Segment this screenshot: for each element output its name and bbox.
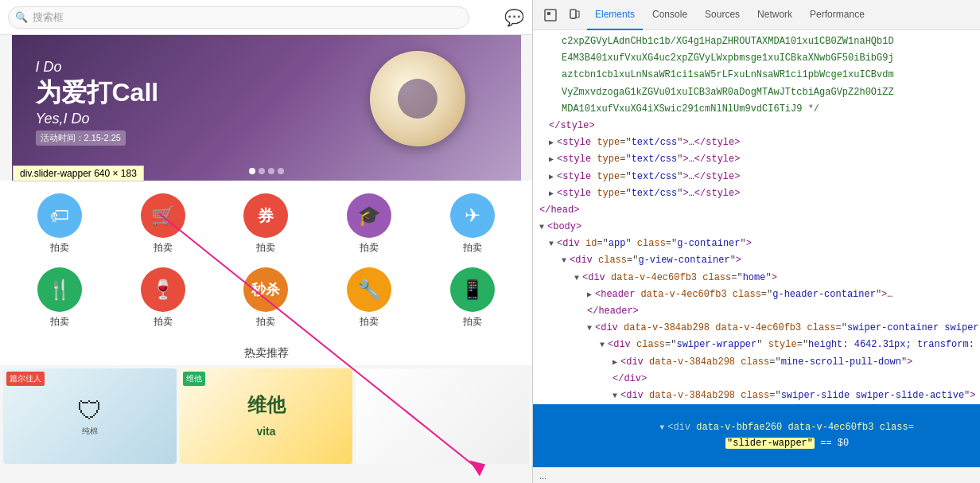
element-tooltip: div.slider-wapper 640 × 183 [13, 166, 144, 181]
cat-item-6[interactable]: 🍴 拍卖 [20, 267, 99, 329]
hot-section-title: 热卖推荐 [0, 341, 532, 365]
device-toggle-button[interactable] [563, 4, 585, 26]
banner-line3: Yes,I Do [36, 111, 159, 127]
cat-item-9[interactable]: 🔧 拍卖 [329, 267, 409, 329]
inspect-element-button[interactable] [539, 4, 562, 26]
product-card-3[interactable] [356, 368, 529, 464]
dom-line-2: E4M3B401xufVxuXG4uc2xpZGVyLWxpbmsge1xuIC… [533, 50, 980, 67]
cat-item-2[interactable]: 🛒 拍卖 [123, 193, 203, 255]
cat-label-8: 拍卖 [256, 315, 275, 329]
cat-icon-3: 券 [243, 193, 288, 238]
cat-item-5[interactable]: ✈ 拍卖 [433, 193, 512, 255]
cat-icon-1: 🏷 [37, 193, 82, 238]
banner-dots [249, 168, 284, 174]
dot-1 [249, 168, 255, 174]
dom-line-3: aztcbn1cblxuLnNsaWR1ci1saW5rLFxuLnNsaWR1… [533, 67, 980, 84]
product-grid: 篇尔佳人 🛡 纯棉 维他 维他vita [0, 365, 532, 467]
dot-4 [278, 168, 284, 174]
svg-rect-3 [547, 12, 550, 15]
product-image-1: 篇尔佳人 🛡 纯棉 [3, 368, 177, 464]
dom-line-style4: <style type="text/css">…</style> [533, 185, 980, 202]
svg-rect-6 [576, 11, 579, 18]
dom-line-app-div: <div id="app" class="g-container"> [533, 236, 980, 252]
cat-label-9: 拍卖 [360, 315, 379, 329]
dom-line-body: <body> [533, 219, 980, 236]
tooltip-text: div.slider-wapper [20, 168, 91, 179]
dom-line-swiper-slide: <div data-v-384ab298 class="swiper-slide… [533, 388, 980, 404]
banner-line1: I Do [36, 59, 159, 76]
cat-label-2: 拍卖 [154, 241, 173, 255]
tab-network[interactable]: Network [749, 0, 800, 30]
dom-line-view-container: <div class="g-view-container"> [533, 252, 980, 269]
cat-label-3: 拍卖 [256, 241, 275, 255]
product-card-1[interactable]: 篇尔佳人 🛡 纯棉 [3, 368, 177, 464]
dom-line-swiper-wrapper: <div class="swiper-wrapper" style="heigh… [533, 337, 980, 353]
cat-item-1[interactable]: 🏷 拍卖 [20, 193, 99, 255]
dom-line-style1: <style type="text/css">…</style> [533, 134, 980, 151]
banner-line2: 为爱打Call [36, 76, 159, 111]
cat-icon-8: 秒杀 [243, 267, 288, 312]
product-image-3 [356, 368, 529, 464]
cat-item-4[interactable]: 🎓 拍卖 [329, 193, 409, 255]
dom-line-5: MDA101xufVxuXG4iXSwic291cmNlNlUm9vdCI6Ti… [533, 101, 980, 118]
chat-icon[interactable]: 💬 [504, 8, 524, 27]
svg-rect-5 [572, 18, 574, 19]
dom-line-1: c2xpZGVyLAdnCHb1c1b/XG4g1HapZHROUTAXMDA1… [533, 33, 980, 50]
categories-row2: 🍴 拍卖 🍷 拍卖 秒杀 拍卖 🔧 拍卖 📱 拍卖 [0, 261, 532, 335]
product-badge-2: 维他 [183, 372, 205, 386]
dom-line-style2: <style type="text/css">…</style> [533, 151, 980, 168]
cat-icon-7: 🍷 [141, 267, 185, 312]
dom-line-swiper: <div data-v-384ab298 data-v-4ec60fb3 cla… [533, 320, 980, 337]
dom-line-4: VyZmxvdzogaG1kZGVu01xuICB3aWR0aDogMTAwJT… [533, 84, 980, 101]
cat-icon-6: 🍴 [37, 267, 82, 312]
cat-icon-9: 🔧 [347, 267, 391, 312]
tab-performance[interactable]: Performance [802, 0, 873, 30]
tab-elements[interactable]: Elements [587, 0, 643, 30]
cat-label-4: 拍卖 [360, 241, 379, 255]
dom-line-head-close: </head> [533, 202, 980, 219]
cat-icon-5: ✈ [450, 193, 495, 238]
banner-ring-image [370, 51, 473, 154]
devtools-tabs: Elements Console Sources Network Perform… [533, 0, 980, 30]
search-input[interactable]: 🔍 搜索框 [8, 6, 469, 29]
ellipsis-button[interactable]: ... [539, 471, 546, 481]
search-placeholder: 搜索框 [33, 10, 64, 25]
dom-line-style3: <style type="text/css">…</style> [533, 169, 980, 185]
app-top-bar: 🔍 搜索框 💬 [0, 0, 532, 35]
dom-line-header-close: </header> [533, 303, 980, 320]
banner-text: I Do 为爱打Call Yes,I Do 活动时间：2.15-2.25 [36, 59, 159, 146]
dot-2 [259, 168, 265, 174]
dom-tree[interactable]: c2xpZGVyLAdnCHb1c1b/XG4g1HapZHROUTAXMDA1… [533, 30, 980, 467]
cat-icon-10: 📱 [450, 267, 495, 312]
cat-label-7: 拍卖 [154, 315, 173, 329]
cat-item-10[interactable]: 📱 拍卖 [433, 267, 512, 329]
product-image-2: 维他 维他vita [180, 368, 353, 464]
cat-label-5: 拍卖 [463, 241, 482, 255]
banner-promo: 活动时间：2.15-2.25 [36, 130, 126, 146]
left-panel: 🔍 搜索框 💬 I Do 为爱打Call Yes,I Do 活动时间：2.15-… [0, 0, 533, 483]
product-card-2[interactable]: 维他 维他vita [180, 368, 353, 464]
svg-rect-4 [570, 10, 576, 18]
tooltip-dimensions: 640 × 183 [94, 168, 137, 179]
categories-row1: 🏷 拍卖 🛒 拍卖 券 拍卖 🎓 拍卖 ✈ 拍卖 [0, 187, 532, 261]
dot-3 [268, 168, 274, 174]
dom-line-slider-wapper[interactable]: ▼<div data-v-bbfae260 data-v-4ec60fb3 cl… [533, 404, 980, 467]
cat-label-10: 拍卖 [463, 315, 482, 329]
cat-icon-4: 🎓 [347, 193, 391, 238]
dom-line-scroll-pull: <div data-v-384ab298 class="mine-scroll-… [533, 354, 980, 371]
dom-line-header: <header data-v-4ec60fb3 class="g-header-… [533, 286, 980, 303]
devtools-panel: Elements Console Sources Network Perform… [533, 0, 980, 483]
cat-item-3[interactable]: 券 拍卖 [226, 193, 305, 255]
cat-label-6: 拍卖 [50, 315, 69, 329]
cat-icon-2: 🛒 [141, 193, 185, 238]
tab-console[interactable]: Console [644, 0, 695, 30]
cat-item-7[interactable]: 🍷 拍卖 [123, 267, 203, 329]
dom-line-scroll-close: </div> [533, 371, 980, 388]
dom-line-style-close: </style> [533, 118, 980, 134]
product-badge-1: 篇尔佳人 [6, 372, 45, 386]
categories-section: 🏷 拍卖 🛒 拍卖 券 拍卖 🎓 拍卖 ✈ 拍卖 🍴 [0, 181, 532, 341]
cat-item-8[interactable]: 秒杀 拍卖 [226, 267, 305, 329]
tab-sources[interactable]: Sources [697, 0, 748, 30]
banner-area: I Do 为爱打Call Yes,I Do 活动时间：2.15-2.25 [12, 35, 521, 181]
dom-line-home: <div data-v-4ec60fb3 class="home"> [533, 270, 980, 286]
